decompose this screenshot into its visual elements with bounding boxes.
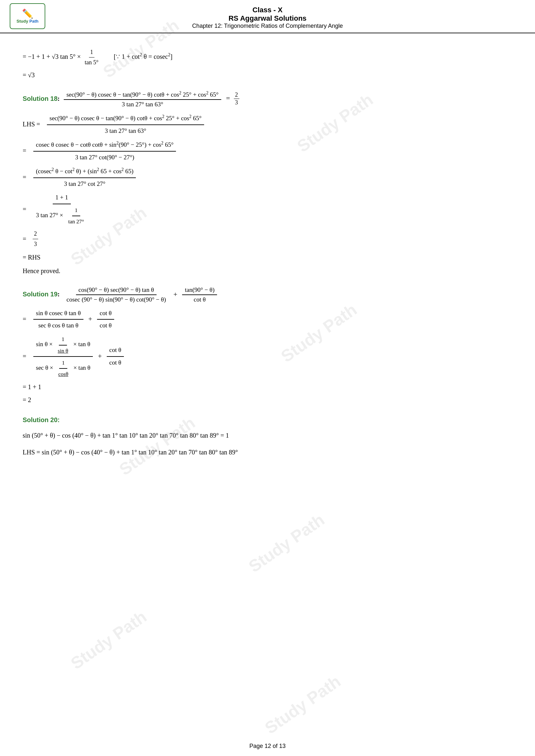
top-equation-block: = −1 + 1 + √3 tan 5° × 1 tan 5° [∵ 1 + c… (23, 47, 512, 80)
sol19-s2-frac1: sin θ × 1 sin θ × tan θ sec θ × 1 cosθ (33, 334, 93, 378)
sol18-problem-frac: sec(90° − θ) cosec θ − tan(90° − θ) cotθ… (64, 90, 221, 108)
sol18-step2: = cosec θ cosec θ − cotθ cotθ + sin2(90°… (23, 139, 512, 162)
sol18-step5: = 2 3 (23, 229, 512, 249)
sol19-frac1: cos(90° − θ) sec(90° − θ) tan θ cosec (9… (64, 286, 169, 303)
solution-20-block: Solution 20: sin (50° + θ) − cos (40° − … (23, 415, 512, 457)
solution-19-block: Solution 19 : cos(90° − θ) sec(90° − θ) … (23, 286, 512, 405)
sol18-result: 2 3 (33, 229, 38, 249)
sol20-lhs-expansion: LHS = sin (50° + θ) − cos (40° − θ) + ta… (23, 447, 512, 457)
footer-text: Page 12 of 13 (249, 743, 286, 749)
logo: ✏️ Study Path (10, 3, 45, 29)
solution-18-block: Solution 18 : sec(90° − θ) cosec θ − tan… (23, 90, 512, 276)
sol18-frac2: cosec θ cosec θ − cotθ cotθ + sin2(90° −… (33, 139, 176, 162)
sol18-label: Solution 18 (23, 95, 58, 102)
main-content: = −1 + 1 + √3 tan 5° × 1 tan 5° [∵ 1 + c… (0, 33, 535, 472)
sol18-hence: Hence proved. (23, 266, 512, 276)
eq-line-1: = −1 + 1 + √3 tan 5° × 1 tan 5° [∵ 1 + c… (23, 47, 512, 67)
watermark-8: Study Path (261, 672, 344, 738)
sol18-colon: : (58, 95, 60, 102)
page-header: ✏️ Study Path Class - X RS Aggarwal Solu… (0, 0, 535, 33)
sol20-problem: sin (50° + θ) − cos (40° − θ) + tan 1° t… (23, 430, 512, 441)
eq-sign-5: = (23, 234, 32, 244)
sol19-s2-plus: + (98, 350, 101, 362)
eq-sign-3: = (23, 172, 32, 182)
header-chapter: Chapter 12: Trigonometric Ratios of Comp… (192, 23, 343, 29)
page-container: Study Path Study Path Study Path Study P… (0, 0, 535, 756)
logo-icon: ✏️ (22, 9, 33, 19)
sol18-lhs-frac1: sec(90° − θ) cosec θ − tan(90° − θ) cotθ… (47, 113, 204, 136)
sol19-s1-frac2: cot θ cot θ (97, 308, 114, 331)
header-class: Class - X (192, 6, 343, 14)
sol18-frac3: (cosec2 θ − cot2 θ) + (sin2 65 + cos2 65… (33, 166, 136, 189)
watermark-6: Study Path (245, 510, 328, 576)
sol19-colon: : (58, 290, 60, 298)
sol18-frac4: 1 + 1 3 tan 27° × 1 tan 27° (33, 192, 90, 226)
sol19-problem-row: Solution 19 : cos(90° − θ) sec(90° − θ) … (23, 286, 512, 303)
frac-1-tan5: 1 tan 5° (83, 47, 100, 67)
sol19-step2: = sin θ × 1 sin θ × tan θ sec θ × 1 (23, 334, 512, 378)
watermark-7: Study Path (67, 607, 150, 673)
sol19-step4: = 2 (23, 395, 512, 405)
header-text: Class - X RS Aggarwal Solutions Chapter … (192, 6, 343, 29)
sol19-frac2: tan(90° − θ) cot θ (182, 286, 217, 303)
sol18-step3: = (cosec2 θ − cot2 θ) + (sin2 65 + cos2 … (23, 166, 512, 189)
sol19-step1: = sin θ cosec θ tan θ sec θ cos θ tan θ … (23, 308, 512, 331)
sol20-label: Solution 20: (23, 416, 60, 423)
eq-19-2: = (23, 351, 32, 361)
eq-19-1: = (23, 314, 32, 324)
sol19-step3: = 1 + 1 (23, 382, 512, 392)
page-footer: Page 12 of 13 (0, 743, 535, 749)
sol19-s1-plus: + (88, 313, 92, 325)
eq-line-2: = √3 (23, 70, 512, 80)
sol19-plus: + (173, 290, 177, 299)
sol18-problem-row: Solution 18 : sec(90° − θ) cosec θ − tan… (23, 90, 512, 108)
sol20-label-line: Solution 20: (23, 415, 512, 425)
sol19-s2-frac2: cot θ cot θ (107, 344, 124, 367)
sol19-s1-frac1: sin θ cosec θ tan θ sec θ cos θ tan θ (33, 308, 83, 331)
sol18-rhs: = 2 3 (226, 92, 240, 106)
sol18-lhs-line: LHS = sec(90° − θ) cosec θ − tan(90° − θ… (23, 113, 512, 136)
sol19-label: Solution 19 (23, 290, 58, 298)
lhs-prefix-18: LHS = (23, 119, 45, 129)
eq-sign-2: = (23, 146, 32, 156)
logo-text: Study Path (16, 19, 39, 24)
sol18-step4: = 1 + 1 3 tan 27° × 1 tan 27° (23, 192, 512, 226)
sol18-rhs-line: = RHS (23, 252, 512, 262)
eq-sign-4: = (23, 204, 32, 214)
header-title: RS Aggarwal Solutions (192, 14, 343, 23)
